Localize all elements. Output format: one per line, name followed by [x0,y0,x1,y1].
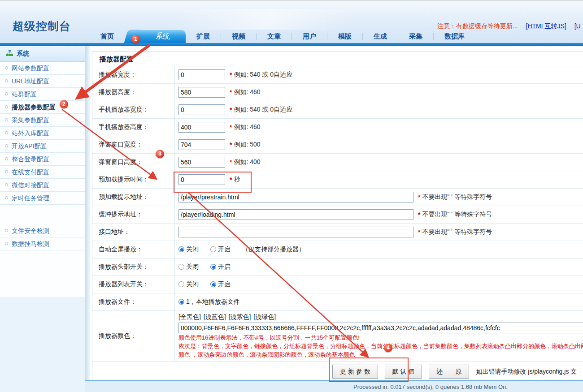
default-values-button[interactable]: 默 认 值 [385,365,422,379]
clipped-right-link[interactable]: [U [574,22,581,30]
nav-tab-0[interactable]: 首页 [90,30,125,43]
field-row-player-height: 播放器高度：*例如: 460 [92,84,583,101]
input-popup-width[interactable] [178,139,225,150]
main-content: 播放器配置 播放器宽度：*例如: 540 或 0自适应播放器高度：*例如: 46… [90,46,583,380]
radio-unselected-icon[interactable] [178,264,184,270]
sidebar-item-10[interactable]: 定时任务管理 [0,192,85,205]
required-asterisk: * [230,124,232,131]
sidebar-item-1[interactable]: URL地址配置 [0,75,85,88]
field-row-mobile-player-width: 手机播放器宽度：*例如: 540 或 0自适应 [92,101,583,119]
field-label: 播放器宽度： [92,66,175,83]
radio-auto-fullscreen-1[interactable]: 开启 [210,246,231,254]
nav-tab-4[interactable]: 文章 [257,30,292,43]
bullet-icon [5,183,8,186]
radio-auto-fullscreen-0[interactable]: 关闭 [178,246,199,254]
field-value-cell: *例如: 500 [175,136,583,153]
sidebar-item-9[interactable]: 微信对接配置 [0,179,85,192]
nav-tab-7[interactable]: 生成 [363,30,398,43]
radio-player-header-switch-0[interactable]: 关闭 [178,263,199,271]
input-player-width[interactable] [178,69,225,80]
sidebar-item-3[interactable]: 播放器参数配置 [0,101,85,114]
sidebar-item-label: 整合登录配置 [12,155,49,163]
input-preload-tip-url[interactable] [178,192,413,202]
radio-player-list-switch-1[interactable]: 开启 [210,280,231,289]
input-popup-height[interactable] [178,157,225,168]
radio-player-list-switch-0[interactable]: 关闭 [178,280,199,289]
field-label: 手机播放器宽度： [92,101,175,118]
input-buffer-tip-url[interactable] [178,209,413,220]
field-label: 弹窗窗口高度： [92,154,175,171]
radio-label: 关闭 [186,280,199,288]
radio-selected-icon[interactable] [210,264,216,270]
restore-button[interactable]: 还 原 [429,365,469,379]
bullet-icon [5,242,8,245]
nav-tab-8[interactable]: 采集 [398,30,433,43]
sidebar-item-0[interactable]: 网站参数配置 [0,62,85,75]
sidebar-item-label: 网站参数配置 [12,65,49,72]
required-asterisk: * [418,194,420,201]
required-asterisk: * [230,71,232,78]
field-hint: 不要出现" ' 等特殊字符号 [422,228,492,236]
color-preset-3[interactable]: [浅绿色] [253,313,276,320]
nav-tab-2[interactable]: 扩展 [186,30,221,43]
radio-selected-icon[interactable] [178,246,184,252]
color-preset-0[interactable]: [全黑色] [178,313,201,320]
nav-tab-3[interactable]: 视频 [221,30,256,43]
field-hint: 例如: 460 [234,88,260,96]
radio-selected-icon[interactable] [210,281,216,287]
radio-player-file-0[interactable]: 1，本地播放器文件 [178,298,240,306]
nav-tab-label: 文章 [267,32,281,40]
color-preset-1[interactable]: [浅蓝色] [204,313,226,320]
bullet-icon [5,229,8,232]
bullet-icon [5,170,8,173]
bullet-icon [5,79,8,82]
nav-tab-9[interactable]: 数据库 [434,30,475,43]
sidebar-item-11[interactable]: 文件安全检测 [0,224,85,237]
nav-tab-label: 数据库 [444,32,465,40]
nav-tab-label: 生成 [374,32,387,40]
manual-edit-note: 如出错请手动修改 js/playconfig.js 文 [476,368,577,376]
sidebar-item-7[interactable]: 整合登录配置 [0,153,85,166]
sidebar-item-4[interactable]: 采集参数配置 [0,114,85,127]
page-title: 播放器配置 [92,52,583,66]
input-preload-tip-time[interactable] [178,174,225,185]
color-preset-2[interactable]: [浅紫色] [229,313,251,320]
sidebar-item-6[interactable]: 开放API配置 [0,140,85,153]
radio-player-header-switch-1[interactable]: 开启 [210,263,231,271]
radio-label: 1，本地播放器文件 [186,298,240,305]
sidebar-item-label: 站群配置 [12,90,37,98]
nav-tab-6[interactable]: 模版 [327,30,362,43]
input-player-colors[interactable] [178,323,583,333]
required-asterisk: * [230,159,232,166]
input-mobile-player-width[interactable] [178,104,225,115]
html-js-convert-link[interactable]: [HTML互转JS] [526,22,566,30]
radio-unselected-icon[interactable] [210,246,216,252]
sidebar-item-2[interactable]: 站群配置 [0,88,85,101]
radio-label: 开启 [218,263,231,270]
nav-tab-5[interactable]: 用户 [292,30,327,43]
radio-unselected-icon[interactable] [178,281,184,287]
sidebar-section-header[interactable]: 系统 [0,46,85,62]
field-label: 播放器高度： [92,84,175,101]
field-row-buffer-tip-url: 缓冲提示地址：*不要出现" ' 等特殊字符号 [92,206,583,224]
field-label: 预加载提示地址： [92,189,175,206]
field-hint: 不要出现" ' 等特殊字符号 [422,211,492,219]
input-api-url[interactable] [178,227,413,237]
field-row-player-colors: 播放器颜色：[全黑色][浅蓝色][浅紫色][浅绿色]颜色使用16进制表示法，不带… [92,311,583,362]
sidebar-item-label: 微信对接配置 [12,181,49,189]
sidebar-item-label: 站外入库配置 [12,129,49,137]
field-value-cell: *例如: 540 或 0自适应 [175,101,583,118]
input-mobile-player-height[interactable] [178,122,225,133]
sidebar-item-8[interactable]: 在线支付配置 [0,166,85,179]
input-player-height[interactable] [178,87,225,98]
nav-tab-1[interactable]: 系统 [131,30,186,43]
update-params-button[interactable]: 更 新 参 数 [332,365,378,379]
field-row-mobile-player-height: 手机播放器高度：*例如: 460 [92,119,583,136]
required-asterisk: * [418,228,420,236]
sidebar-item-5[interactable]: 站外入库配置 [0,127,85,140]
field-row-player-file: 播放器文件：1，本地播放器文件 [92,293,583,311]
radio-label: 关闭 [186,263,199,270]
top-header: 超级控制台 注意：有数据缓存等待更新... [HTML互转JS] [U 首页系统… [0,0,583,43]
radio-selected-icon[interactable] [178,299,184,305]
sidebar-item-12[interactable]: 数据挂马检测 [0,237,85,250]
